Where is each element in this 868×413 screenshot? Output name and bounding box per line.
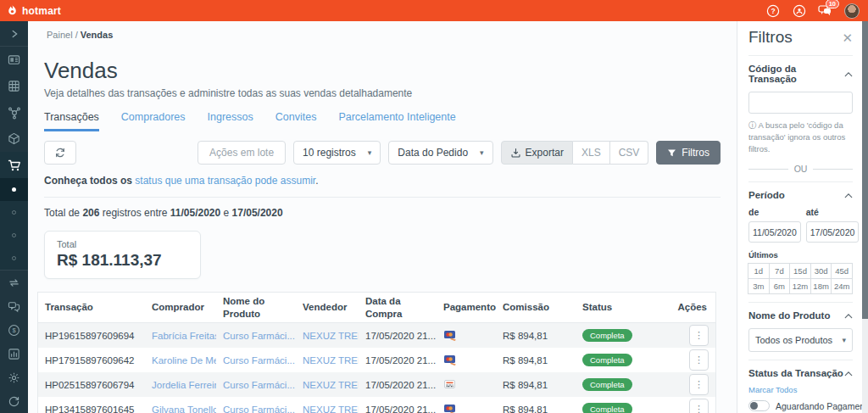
sidebar-item-settings-gear-icon[interactable] [0,366,28,389]
cell-transaction: HP17915897609642 [38,355,145,366]
cell-seller-link[interactable]: NEXUZ TREIN... [296,355,359,366]
messages-icon[interactable]: 10 [818,3,832,18]
export-csv-button[interactable]: CSV [610,141,649,165]
quick-period-24m[interactable]: 24m [831,278,853,294]
chevron-up-icon[interactable] [844,193,853,198]
sidebar-item-network-icon[interactable] [0,99,28,126]
cell-buyer-link[interactable]: Fabrícia Freitas... [145,331,216,341]
status-note: Conheça todos os status que uma transaçã… [44,175,737,187]
chevron-down-icon: ▾ [480,148,484,157]
svg-text:$: $ [12,326,16,334]
sidebar-subitem-active-dot[interactable] [0,178,28,201]
cell-seller-link[interactable]: NEXUZ TREIN... [296,331,359,341]
cell-buyer-link[interactable]: Jordelia Ferreir... [145,380,216,390]
avatar[interactable] [844,3,860,19]
cell-seller-link[interactable]: NEXUZ TREIN... [296,380,359,390]
total-card: Total R$ 181.113,37 [44,231,201,279]
table-row[interactable]: HP19615897609694 Fabrícia Freitas... Cur… [38,323,715,348]
status-note-link[interactable]: status que uma transação pode assumir [135,175,315,187]
topbar: hotmart ? 10 [0,0,868,21]
cell-product-link[interactable]: Curso Farmáci... [216,405,296,413]
sidebar-item-history-icon[interactable] [0,389,28,413]
filters-panel-title: Filtros [748,28,793,47]
quick-period-18m[interactable]: 18m [810,278,832,294]
cell-actions: ⋮ [660,325,715,346]
quick-period-15d[interactable]: 15d [789,263,811,279]
tab-convites[interactable]: Convites [275,111,317,131]
quick-period-3m[interactable]: 3m [748,278,770,294]
sidebar-subitem-dot[interactable] [0,224,28,247]
order-dropdown[interactable]: Data do Pedido ▾ [388,141,492,165]
quick-period-7d[interactable]: 7d [769,263,791,279]
table-row[interactable]: HP13415897601645 Gilvana Tonello... Curs… [38,397,715,413]
row-actions-menu-button[interactable]: ⋮ [689,374,709,395]
hotmart-logo[interactable]: hotmart [7,5,61,17]
sidebar-item-analytics-icon[interactable] [0,342,28,366]
tab-ingressos[interactable]: Ingressos [208,111,253,131]
tab-transacoes[interactable]: Transações [44,111,99,131]
total-card-value: R$ 181.113,37 [57,251,188,270]
cell-commission: R$ 894,81 [496,405,576,413]
batch-actions-button[interactable]: Ações em lote [198,141,286,165]
filters-button[interactable]: Filtros [656,141,721,165]
community-icon[interactable] [792,3,806,18]
hotmart-flame-icon [7,5,18,16]
payment-boleto-icon [437,379,496,391]
panel-scrollbar-thumb[interactable] [862,21,868,319]
cell-product-link[interactable]: Curso Farmáci... [216,331,296,341]
row-actions-menu-button[interactable]: ⋮ [689,349,709,371]
breadcrumb: Painel / Vendas [28,21,737,40]
records-dropdown[interactable]: 10 registros ▾ [293,141,381,165]
sidebar-item-messages-icon[interactable] [0,294,28,318]
date-to-input[interactable]: 17/05/2020 [806,221,860,243]
section-title: Nome do Produto [748,310,830,321]
sidebar-expand-chevron-icon[interactable] [0,21,28,47]
product-select[interactable]: Todos os Produtos ▾ [748,328,853,352]
sidebar-item-apps-grid-icon[interactable] [0,73,28,99]
chevron-up-icon[interactable] [844,371,853,377]
breadcrumb-parent[interactable]: Painel [47,30,73,40]
table-row[interactable]: HP02515897606794 Jordelia Ferreir... Cur… [38,372,715,397]
export-xls-button[interactable]: XLS [573,141,610,165]
table-row[interactable]: HP17915897609642 Karoline De Me... Curso… [38,348,715,372]
quick-period-1d[interactable]: 1d [748,263,770,279]
chevron-up-icon[interactable] [844,313,853,319]
quick-period-12m[interactable]: 12m [789,278,811,294]
sidebar-subitem-dot[interactable] [0,247,28,270]
chevron-up-icon[interactable] [844,71,853,77]
cell-seller-link[interactable]: NEXUZ TREIN... [296,405,359,413]
cell-product-link[interactable]: Curso Farmáci... [216,380,296,390]
status-badge: Completa [582,329,632,343]
transactions-table: Transação Comprador Nome do Produto Vend… [37,292,716,413]
refresh-button[interactable] [44,141,76,165]
sidebar-item-products-box-icon[interactable] [0,126,28,152]
sidebar-subitem-dot[interactable] [0,201,28,224]
sidebar-item-dashboard[interactable] [0,47,28,73]
close-icon[interactable]: ✕ [842,31,853,44]
help-icon[interactable]: ? [765,3,780,18]
toggle-label: Aguardando Pagamento [776,401,862,411]
tab-parcelamento-inteligente[interactable]: Parcelamento Inteligente [338,111,455,131]
sidebar-item-finance-icon[interactable]: $ [0,318,28,342]
cell-transaction: HP02515897606794 [38,380,145,390]
row-actions-menu-button[interactable]: ⋮ [689,399,709,413]
sidebar-item-recurrence-icon[interactable] [0,271,28,294]
cell-buyer-link[interactable]: Karoline De Me... [145,355,216,366]
panel-scrollbar[interactable] [862,21,868,413]
export-button[interactable]: Exportar [501,141,573,165]
quick-period-45d[interactable]: 45d [831,263,853,279]
date-from-input[interactable]: 11/05/2020 [748,221,801,243]
quick-period-6m[interactable]: 6m [769,278,791,294]
select-all-link[interactable]: Marcar Todos [748,385,853,394]
transaction-code-input[interactable] [748,92,853,114]
main-content: Painel / Vendas Vendas Veja detalhes das… [28,21,737,413]
cell-buyer-link[interactable]: Gilvana Tonello... [145,405,216,413]
payment-mastercard-icon [437,354,496,366]
toggle-aguardando-pagamento[interactable] [748,400,770,411]
quick-period-30d[interactable]: 30d [810,263,832,279]
cell-product-link[interactable]: Curso Farmáci... [216,355,296,366]
tab-compradores[interactable]: Compradores [121,111,186,131]
cell-date: 17/05/2020 21... [359,380,437,390]
row-actions-menu-button[interactable]: ⋮ [689,325,709,346]
sidebar-item-sales-cart-icon[interactable] [0,152,28,178]
